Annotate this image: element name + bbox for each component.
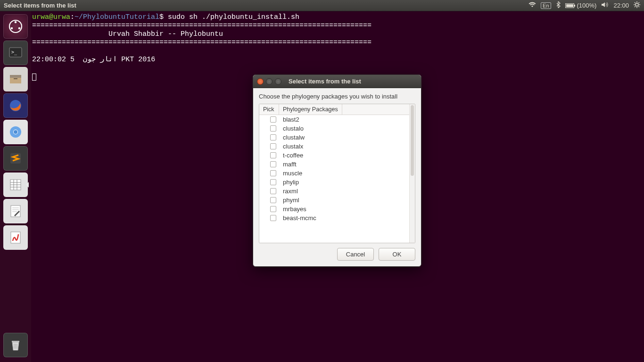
dialog-instruction: Choose the phylogeny packages you wish t… (259, 93, 415, 100)
svg-rect-20 (14, 78, 17, 79)
package-name: clustalo (283, 125, 304, 132)
svg-rect-1 (566, 4, 573, 7)
launcher-expand-arrow[interactable] (26, 182, 29, 188)
svg-line-11 (638, 2, 639, 3)
separator-line: ========================================… (32, 39, 372, 47)
terminal-icon[interactable]: >_ (3, 41, 28, 65)
clock[interactable]: 22:00 (613, 2, 629, 9)
package-list: Pick Phylogeny Packages blast2clustalocl… (259, 104, 415, 243)
svg-line-10 (635, 6, 636, 7)
minimize-icon[interactable] (266, 78, 272, 85)
volume-icon[interactable] (601, 1, 609, 9)
package-name: phyml (283, 197, 299, 204)
list-item[interactable]: clustalw (259, 133, 409, 142)
svg-rect-37 (12, 341, 19, 342)
command-text: sudo sh ./phylobuntu_install.sh (168, 13, 299, 21)
chromium-icon[interactable] (3, 120, 28, 144)
list-item[interactable]: beast-mcmc (259, 214, 409, 222)
cursor (32, 74, 36, 81)
checkbox[interactable] (270, 188, 276, 194)
checkbox[interactable] (270, 179, 276, 185)
document-viewer-icon[interactable] (3, 225, 28, 250)
scrollbar[interactable] (409, 104, 415, 243)
scrollbar-thumb[interactable] (411, 105, 414, 176)
list-item[interactable]: phylip (259, 178, 409, 187)
sublime-icon[interactable] (3, 146, 28, 171)
svg-point-24 (14, 130, 17, 134)
svg-rect-36 (11, 232, 20, 243)
battery-icon[interactable]: (100%) (565, 2, 597, 9)
list-header: Pick Phylogeny Packages (259, 104, 409, 115)
list-item[interactable]: clustalo (259, 124, 409, 133)
package-name: raxml (283, 188, 298, 195)
package-name: clustalw (283, 134, 305, 141)
list-item[interactable]: blast2 (259, 115, 409, 124)
checkbox[interactable] (270, 152, 276, 158)
checkbox[interactable] (270, 125, 276, 132)
checkbox[interactable] (270, 197, 276, 203)
svg-rect-18 (10, 75, 21, 78)
svg-line-9 (638, 6, 639, 7)
list-item[interactable]: mrbayes (259, 205, 409, 214)
package-name: blast2 (283, 116, 299, 123)
column-packages[interactable]: Phylogeny Packages (279, 104, 342, 115)
checkbox[interactable] (270, 170, 276, 176)
checkbox[interactable] (270, 161, 276, 167)
spreadsheet-icon[interactable] (3, 173, 28, 197)
checkbox[interactable] (270, 215, 276, 221)
package-name: muscle (283, 170, 302, 177)
checkbox[interactable] (270, 134, 276, 140)
svg-point-13 (15, 21, 17, 24)
list-item[interactable]: phyml (259, 196, 409, 205)
svg-rect-2 (574, 5, 575, 7)
unity-launcher: >_ (0, 11, 31, 362)
column-pick[interactable]: Pick (259, 104, 279, 115)
package-name: t-coffee (283, 152, 303, 159)
ok-button[interactable]: OK (379, 248, 415, 261)
dash-icon[interactable] (3, 14, 28, 39)
list-item[interactable]: muscle (259, 169, 409, 178)
checkbox[interactable] (270, 206, 276, 212)
list-item[interactable]: mafft (259, 160, 409, 169)
package-name: phylip (283, 179, 299, 186)
maximize-icon[interactable] (275, 78, 281, 85)
indicator-area: En (100%) 22:00 (528, 1, 640, 9)
date-line: اتار جون 5 22:00:02 PKT 2016 (32, 56, 155, 64)
checkbox[interactable] (270, 116, 276, 123)
svg-point-3 (636, 3, 638, 6)
separator-line: ========================================… (32, 22, 372, 30)
top-menubar: Select items from the list En (100%) 22:… (0, 0, 644, 11)
checkbox[interactable] (270, 143, 276, 149)
firefox-icon[interactable] (3, 93, 28, 118)
banner-text: Urvah Shabbir -- Phylobuntu (32, 30, 223, 38)
bluetooth-icon[interactable] (556, 1, 561, 9)
list-item[interactable]: clustalx (259, 142, 409, 151)
files-icon[interactable] (3, 67, 28, 91)
svg-point-15 (18, 27, 21, 30)
language-indicator[interactable]: En (541, 2, 551, 9)
prompt-user: urwa@urwa (32, 13, 70, 21)
text-editor-icon[interactable] (3, 199, 28, 223)
svg-line-8 (635, 2, 636, 3)
trash-icon[interactable] (3, 333, 28, 357)
package-name: beast-mcmc (283, 214, 316, 222)
svg-point-14 (11, 27, 13, 30)
cancel-button[interactable]: Cancel (337, 248, 374, 261)
gear-icon[interactable] (634, 1, 640, 9)
svg-text:>_: >_ (11, 49, 17, 55)
package-name: clustalx (283, 143, 303, 150)
package-name: mafft (283, 161, 297, 168)
list-item[interactable]: t-coffee (259, 151, 409, 160)
wifi-icon[interactable] (528, 2, 536, 9)
dialog-title: Select items from the list (289, 78, 417, 85)
close-icon[interactable] (257, 78, 264, 85)
prompt-path: ~/PhylobuntuTutorial (74, 13, 159, 21)
dialog-titlebar[interactable]: Select items from the list (253, 75, 421, 88)
zenity-dialog: Select items from the list Choose the ph… (253, 74, 421, 267)
list-item[interactable]: raxml (259, 187, 409, 196)
package-name: mrbayes (283, 206, 306, 213)
window-title: Select items from the list (4, 2, 76, 9)
